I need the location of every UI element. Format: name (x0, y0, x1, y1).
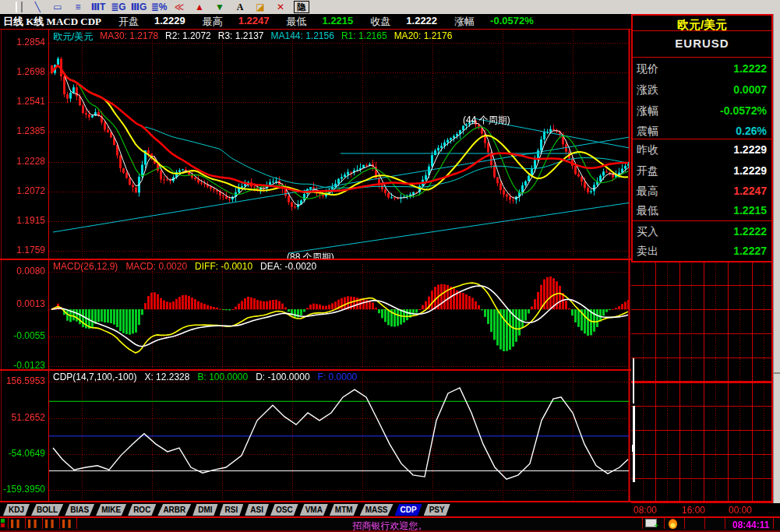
tab-rsi[interactable]: RSI (220, 504, 244, 516)
chart-mode-title: 日线 K线 MACD CDP (3, 15, 101, 29)
quote-row-value: 1.2229 (733, 164, 767, 177)
quote-row-开盘: 开盘1.2229 (633, 164, 771, 180)
quote-row-value: 1.2247 (733, 185, 767, 197)
quote-row-涨跌: 涨跌0.0007 (633, 83, 771, 99)
status-cell-separator (25, 518, 26, 529)
right-scrollbar[interactable] (773, 14, 780, 516)
quote-row-value: 1.2227 (733, 245, 767, 257)
indicator-tab-row: KDJBOLLBIASMIKEROCARBRDMIRSIASIOSCVMAMTM… (0, 503, 780, 516)
mini-candle-icon: ▌▌ (28, 520, 40, 527)
quote-row-涨幅: 涨幅-0.0572% (633, 104, 771, 120)
header-field-涨幅: 涨幅-0.0572% (454, 15, 534, 29)
drawing-toolbar: ╲▭≡ⅢT≣GⅢG≣%≪▲▼A◪✕隐 (0, 0, 780, 15)
tab-dmi[interactable]: DMI (192, 504, 217, 516)
tab-vma[interactable]: VMA (300, 504, 328, 516)
arrow-down-marker[interactable]: ▼ (210, 1, 230, 13)
quote-row-label: 昨收 (637, 143, 658, 157)
header-field-value: 1.2229 (154, 15, 185, 29)
text-tool[interactable]: A (230, 1, 250, 13)
quote-row-昨收: 昨收1.2229 (633, 143, 771, 159)
mini-candle-icon: ▌▌ (45, 520, 57, 527)
quote-panel-separator (633, 220, 771, 221)
quote-row-value: 0.0007 (733, 83, 767, 96)
monitor-icon[interactable]: + (645, 519, 657, 527)
tab-psy[interactable]: PSY (424, 504, 450, 516)
quote-row-label: 涨幅 (637, 104, 658, 118)
status-cell-separator (642, 518, 643, 529)
indicator-tabs: KDJBOLLBIASMIKEROCARBRDMIRSIASIOSCVMAMTM… (3, 504, 450, 516)
header-field-开盘: 开盘1.2229 (118, 15, 185, 29)
status-cell-separator (704, 518, 705, 529)
tab-mike[interactable]: MIKE (96, 504, 126, 516)
status-cell-separator (773, 518, 774, 529)
quote-panel-separator (633, 57, 771, 58)
quote-row-最高: 最高1.2247 (633, 185, 771, 200)
quote-row-label: 卖出 (637, 245, 658, 259)
tab-kdj[interactable]: KDJ (3, 504, 30, 516)
tab-roc[interactable]: ROC (128, 504, 156, 516)
header-field-value: 1.2247 (238, 15, 270, 29)
arrow-up-marker[interactable]: ▲ (189, 1, 210, 13)
status-cell-separator (684, 518, 685, 529)
quote-row-value: 0.26% (736, 125, 767, 137)
scrollbar-notch (774, 372, 780, 374)
delete-tool[interactable]: ✕ (270, 1, 291, 13)
quote-row-现价: 现价1.2222 (633, 62, 771, 78)
header-field-label: 开盘 (118, 15, 139, 29)
header-field-最高: 最高1.2247 (203, 15, 270, 29)
rect-tool[interactable]: ▭ (48, 1, 68, 13)
time-axis-label: 08:00 (634, 505, 657, 516)
tab-osc[interactable]: OSC (270, 504, 298, 516)
fan-lines-tool[interactable]: ≪ (169, 1, 189, 13)
quote-panel-separator (633, 30, 771, 31)
quote-row-value: 1.2229 (733, 143, 767, 156)
time-axis-label: 16:00 (682, 505, 705, 516)
quote-row-label: 最低 (637, 204, 658, 218)
tab-mtm[interactable]: MTM (330, 504, 358, 516)
tab-boll[interactable]: BOLL (31, 504, 63, 516)
kline-macd-cdp-chart-canvas[interactable] (0, 29, 631, 503)
toolbar-grip[interactable] (16, 2, 23, 12)
quote-row-label: 最高 (637, 185, 658, 199)
percent-lines-tool[interactable]: ≣% (149, 1, 169, 13)
header-field-label: 涨幅 (454, 15, 475, 29)
quote-row-value: 1.2222 (733, 62, 767, 75)
hide-tool[interactable]: 隐 (294, 1, 309, 13)
status-cell-separator (8, 518, 9, 529)
time-axis-label: 00:00 (729, 505, 752, 516)
quote-row-label: 买入 (637, 225, 658, 239)
clock: 08:44:11 (732, 520, 769, 530)
header-field-value: 1.2222 (406, 15, 437, 29)
header-field-label: 最高 (203, 15, 223, 29)
intraday-grid-canvas[interactable] (631, 261, 773, 503)
quote-row-label: 现价 (637, 62, 658, 76)
quote-row-买入: 买入1.2222 (633, 225, 771, 241)
gann-box-tool[interactable]: ≣G (108, 1, 129, 13)
tab-cdp[interactable]: CDP (395, 504, 422, 516)
quote-row-震幅: 震幅0.26% (633, 125, 771, 140)
header-field-value: -0.0572% (490, 15, 534, 29)
tab-asi[interactable]: ASI (245, 504, 269, 516)
quote-row-label: 开盘 (637, 164, 658, 178)
status-bar: 招商银行欢迎您。 + 08:44:11 ▌▌▌▌▌▌▌▌ (0, 516, 780, 530)
eraser-tool[interactable]: ◪ (250, 1, 270, 13)
flame-icon[interactable] (669, 519, 677, 529)
tab-arbr[interactable]: ARBR (157, 504, 191, 516)
quote-row-卖出: 卖出1.2227 (633, 245, 771, 260)
status-cell-separator (59, 518, 60, 529)
status-cell-separator (42, 518, 43, 529)
mini-candle-icon: ▌▌ (11, 520, 23, 527)
tab-bias[interactable]: BIAS (65, 504, 94, 516)
connection-status-icon (1, 519, 5, 528)
trading-app-window: { "toolbar": { "icons": [ {"name":"line-… (0, 0, 780, 532)
status-cell-separator (76, 518, 77, 529)
parallel-lines-tool[interactable]: ≡ (68, 1, 88, 13)
line-tool[interactable]: ╲ (27, 1, 48, 13)
vertical-lines-t-tool[interactable]: ⅢT (88, 1, 108, 13)
quote-row-value: 1.2222 (733, 225, 767, 238)
vertical-lines-g-tool[interactable]: ⅢG (129, 1, 149, 13)
header-field-收盘: 收盘1.2222 (370, 15, 437, 29)
quote-row-label: 涨跌 (637, 83, 658, 97)
tab-mass[interactable]: MASS (360, 504, 394, 516)
quote-row-value: 1.2215 (733, 204, 767, 217)
